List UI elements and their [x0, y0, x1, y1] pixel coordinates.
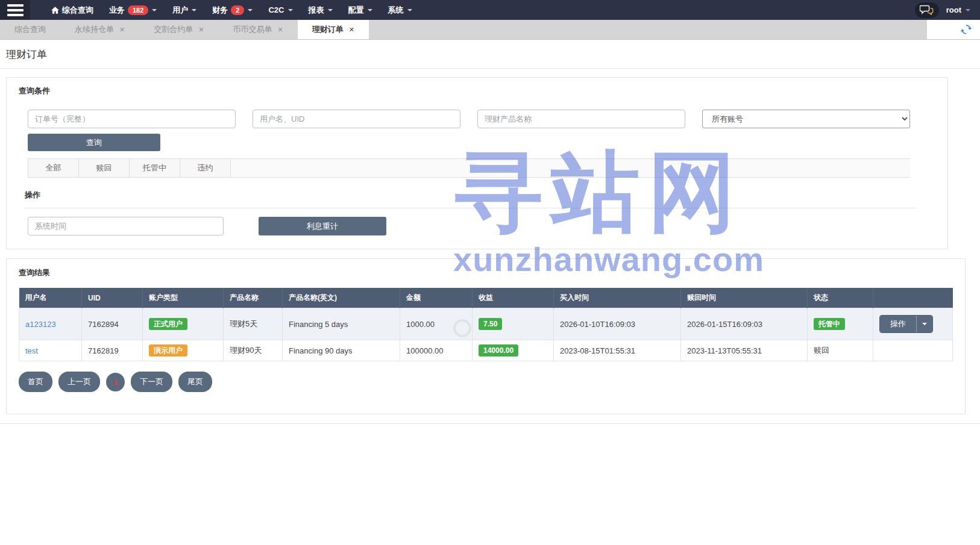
username-uid-input[interactable]	[253, 110, 460, 128]
status-filter-全部[interactable]: 全部	[28, 159, 79, 177]
status-filter-托管中[interactable]: 托管中	[130, 159, 180, 177]
nav-menu-item[interactable]: 配置	[341, 0, 380, 20]
cell-username: a123123	[19, 308, 82, 340]
page-number-button[interactable]: 1	[106, 373, 125, 391]
column-header: 用户名	[19, 288, 82, 308]
hamburger-menu-icon[interactable]	[0, 0, 30, 20]
cell-account-type: 正式用户	[143, 308, 224, 340]
column-header: 金额	[400, 288, 473, 308]
pagination: 首页上一页1下一页尾页	[19, 372, 953, 392]
action-dropdown-toggle[interactable]	[917, 316, 932, 332]
chevron-down-icon	[407, 9, 412, 11]
status-filter-赎回[interactable]: 赎回	[79, 159, 130, 177]
column-header: UID	[82, 288, 143, 308]
status-filter-tabs: 全部赎回托管中违约	[28, 158, 910, 178]
main-menu: 综合查询业务182用户财务2C2C报表配置系统	[43, 0, 420, 20]
nav-menu-item[interactable]: C2C	[260, 0, 300, 20]
nav-menu-item[interactable]: 系统	[380, 0, 420, 20]
tab-label: 理财订单	[312, 24, 344, 35]
nav-item-label: 报表	[309, 5, 324, 16]
nav-item-label: C2C	[268, 5, 284, 14]
account-type-badge: 演示用户	[149, 344, 187, 357]
tab-label: 综合查询	[14, 24, 46, 35]
chevron-down-icon	[152, 9, 157, 11]
nav-item-label: 系统	[388, 5, 404, 16]
tab-币币交易单[interactable]: 币币交易单✕	[218, 20, 297, 39]
order-number-input[interactable]	[28, 110, 236, 128]
cell-profit: 14000.00	[473, 340, 554, 361]
status-filter-违约[interactable]: 违约	[180, 159, 231, 177]
close-icon[interactable]: ✕	[198, 26, 204, 33]
divider	[25, 208, 917, 208]
column-header: 产品名称	[224, 288, 283, 308]
product-name-input[interactable]	[477, 110, 685, 128]
tab-理财订单[interactable]: 理财订单✕	[298, 20, 369, 39]
username-link[interactable]: test	[25, 346, 38, 355]
nav-item-label: 综合查询	[62, 5, 93, 16]
nav-menu-item[interactable]: 用户	[165, 0, 204, 20]
cell-product: 理财90天	[224, 340, 283, 361]
chat-bubbles-icon	[920, 5, 934, 15]
table-row: test7162819演示用户理财90天Financing 90 days100…	[19, 340, 953, 361]
query-conditions-title: 查询条件	[19, 86, 925, 96]
pagination-button[interactable]: 上一页	[58, 372, 100, 392]
close-icon[interactable]: ✕	[277, 26, 283, 33]
cell-account-type: 演示用户	[143, 340, 224, 361]
nav-menu-item[interactable]: 业务182	[101, 0, 165, 20]
chevron-down-icon	[966, 9, 970, 11]
nav-menu-item[interactable]: 报表	[301, 0, 341, 20]
chevron-down-icon	[922, 323, 927, 325]
cell-redeem-time: 2023-11-13T05:55:31	[681, 340, 808, 361]
chevron-down-icon	[368, 9, 372, 11]
column-header: 账户类型	[143, 288, 224, 308]
cell-status: 托管中	[808, 308, 873, 340]
cell-product-en: Financing 5 days	[283, 308, 400, 340]
action-split-button: 操作	[879, 315, 933, 333]
chevron-down-icon	[288, 9, 293, 11]
query-conditions-panel: 查询条件 所有账号 查询 全部赎回托管中违约 操作 利息重计	[6, 77, 948, 249]
tab-永续持仓单[interactable]: 永续持仓单✕	[60, 20, 139, 39]
tab-综合查询[interactable]: 综合查询	[0, 20, 60, 39]
table-row: a1231237162894正式用户理财5天Financing 5 days10…	[19, 308, 953, 340]
profit-badge: 7.50	[479, 318, 502, 330]
system-time-input[interactable]	[28, 217, 224, 235]
column-header: 收益	[473, 288, 554, 308]
tab-交割合约单[interactable]: 交割合约单✕	[139, 20, 218, 39]
interest-recalc-button[interactable]: 利息重计	[259, 217, 386, 235]
close-icon[interactable]: ✕	[349, 26, 354, 33]
user-menu[interactable]: root	[946, 5, 970, 14]
close-icon[interactable]: ✕	[119, 26, 125, 33]
action-button[interactable]: 操作	[880, 316, 917, 332]
column-header: 产品名称(英文)	[283, 288, 400, 308]
nav-item-label: 业务	[109, 5, 125, 16]
search-button[interactable]: 查询	[28, 134, 160, 151]
results-table: 用户名UID账户类型产品名称产品名称(英文)金额收益买入时间赎回时间状态 a12…	[19, 288, 953, 361]
pagination-button[interactable]: 下一页	[131, 372, 172, 392]
chevron-down-icon	[192, 9, 196, 11]
tab-bar: 综合查询永续持仓单✕交割合约单✕币币交易单✕理财订单✕	[0, 20, 980, 40]
chevron-down-icon	[248, 9, 253, 11]
pagination-button[interactable]: 尾页	[178, 372, 212, 392]
cell-action	[873, 340, 953, 361]
notification-badge: 2	[231, 5, 244, 15]
status-badge: 托管中	[814, 318, 845, 330]
username-link[interactable]: a123123	[25, 320, 56, 329]
pagination-button[interactable]: 首页	[19, 372, 52, 392]
cell-redeem-time: 2026-01-15T16:09:03	[681, 308, 808, 340]
column-header: 状态	[808, 288, 873, 308]
chat-icon[interactable]	[915, 2, 939, 18]
cell-uid: 7162894	[82, 308, 143, 340]
tab-bar-filler	[369, 20, 927, 39]
refresh-icon[interactable]	[961, 24, 972, 35]
tab-label: 币币交易单	[233, 24, 272, 35]
account-type-badge: 正式用户	[149, 318, 187, 330]
username-label: root	[946, 5, 961, 14]
cell-buy-time: 2023-08-15T01:55:31	[554, 340, 681, 361]
cell-action: 操作	[873, 308, 953, 340]
nav-menu-item[interactable]: 综合查询	[43, 0, 101, 20]
nav-menu-item[interactable]: 财务2	[204, 0, 260, 20]
notification-badge: 182	[128, 5, 148, 15]
top-navbar: 综合查询业务182用户财务2C2C报表配置系统 root	[0, 0, 980, 20]
navbar-right: root	[915, 2, 980, 18]
account-type-select[interactable]: 所有账号	[702, 110, 910, 128]
